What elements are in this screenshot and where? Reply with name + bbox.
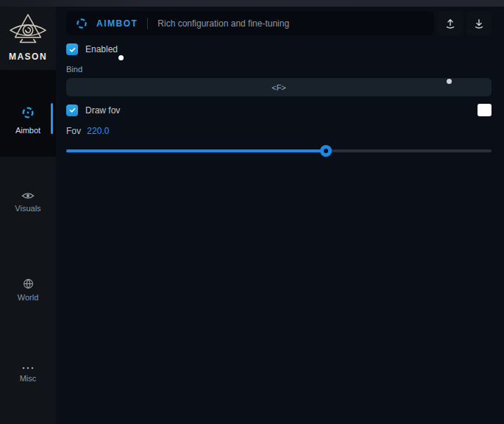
brand-logo: MASON [0, 7, 56, 62]
fov-label: Fov [66, 126, 81, 136]
sidebar-item-label: Aimbot [0, 126, 56, 135]
enabled-checkbox[interactable] [66, 43, 78, 55]
section-title: AIMBOT [96, 18, 138, 29]
upload-config-button[interactable] [438, 11, 463, 35]
active-tab-indicator [51, 103, 53, 134]
slider-fill [66, 149, 326, 152]
sidebar-item-world[interactable]: World [0, 278, 56, 302]
eye-icon [0, 191, 56, 200]
section-header: AIMBOT Rich configuration and fine-tunin… [66, 11, 434, 35]
bind-label: Bind [66, 65, 491, 74]
fov-slider[interactable] [66, 145, 491, 157]
enabled-label: Enabled [85, 44, 118, 54]
brand-name: MASON [0, 52, 56, 62]
header-row: AIMBOT Rich configuration and fine-tunin… [66, 11, 491, 35]
crosshair-icon [21, 106, 35, 119]
sidebar-item-aimbot[interactable]: Aimbot [0, 70, 56, 157]
section-subtitle: Rich configuration and fine-tuning [157, 18, 289, 29]
bind-key-input[interactable]: <F> [66, 78, 491, 96]
main-panel: AIMBOT Rich configuration and fine-tunin… [56, 7, 504, 424]
ellipsis-icon [0, 366, 56, 370]
app-window: MASON Aimbot Visuals [0, 7, 504, 424]
sidebar-item-label: Misc [0, 374, 56, 383]
crosshair-icon [76, 18, 88, 29]
download-icon [473, 18, 485, 29]
header-divider [147, 18, 148, 29]
sidebar-item-misc[interactable]: Misc [0, 366, 56, 383]
bind-key-value: <F> [271, 83, 286, 92]
fov-label-row: Fov 220.0 [66, 126, 491, 136]
fov-value: 220.0 [87, 126, 109, 136]
draw-fov-row: Draw fov [66, 104, 491, 116]
window-top-edge [0, 0, 504, 7]
sidebar-item-label: Visuals [0, 204, 56, 213]
sidebar-item-visuals[interactable]: Visuals [0, 191, 56, 213]
enabled-row: Enabled [66, 43, 491, 55]
cursor-dot [118, 55, 124, 60]
sidebar: MASON Aimbot Visuals [0, 7, 56, 424]
slider-handle[interactable] [320, 145, 332, 157]
globe-icon [0, 278, 56, 289]
draw-fov-checkbox[interactable] [66, 105, 78, 116]
draw-fov-label: Draw fov [85, 105, 120, 116]
sidebar-item-label: World [0, 293, 56, 302]
upload-icon [444, 18, 456, 29]
fov-color-swatch[interactable] [478, 104, 491, 116]
mason-eye-logo-icon [0, 13, 56, 50]
download-config-button[interactable] [466, 11, 491, 35]
